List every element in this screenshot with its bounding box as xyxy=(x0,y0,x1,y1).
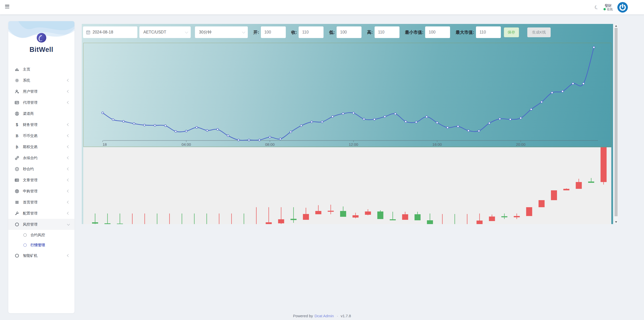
chevron-left-icon xyxy=(67,167,70,170)
sidebar-item-0[interactable]: 主页 xyxy=(8,64,74,75)
sidebar-item-8[interactable]: 永续合约 xyxy=(8,152,74,163)
sidebar-item-label: 智能矿机 xyxy=(23,253,67,258)
life-ring-icon xyxy=(14,189,20,193)
user-plus-icon xyxy=(14,89,20,94)
dollar-icon: $ xyxy=(14,123,20,127)
field-label-3: 高: xyxy=(367,29,373,35)
sidebar-item-15[interactable]: 智能矿机 xyxy=(8,250,74,261)
calendar-icon xyxy=(86,30,90,34)
field-label-4: 最小市值: xyxy=(405,29,424,35)
footer-powered-by: Powered by xyxy=(293,314,313,318)
bitcoin-icon: B xyxy=(14,145,20,149)
sidebar-subitem-label: 行情管理 xyxy=(30,243,45,247)
vertical-scrollbar[interactable] xyxy=(614,24,618,224)
scroll-down-arrow-icon[interactable] xyxy=(615,221,617,223)
sidebar-item-2[interactable]: 用户管理 xyxy=(8,86,74,97)
sidebar-item-7[interactable]: B期权交易 xyxy=(8,141,74,152)
field-input-0[interactable] xyxy=(261,26,286,38)
sidebar-item-label: 配置管理 xyxy=(23,211,67,216)
dcat-admin-link[interactable]: Dcat Admin xyxy=(314,314,334,318)
chevron-left-icon xyxy=(67,254,70,257)
sidebar-subitem-14-1[interactable]: 行情管理 xyxy=(8,240,74,250)
chart-bar-icon xyxy=(14,67,20,72)
gear-icon xyxy=(14,78,20,83)
candlestick-chart xyxy=(83,147,611,224)
sidebar-item-label: 文章管理 xyxy=(23,178,67,183)
svg-text:12:00: 12:00 xyxy=(349,142,358,147)
bars-icon xyxy=(14,200,20,204)
sidebar-item-1[interactable]: 系统 xyxy=(8,75,74,86)
power-logo-icon xyxy=(617,2,628,13)
interval-select[interactable]: 30分钟 xyxy=(195,26,248,38)
user-menu[interactable]: 發財 在线 xyxy=(603,4,613,11)
price-line-chart: 1804:0008:0012:0016:0020:00 xyxy=(83,43,611,147)
svg-text:B: B xyxy=(16,145,18,149)
dark-mode-moon-icon[interactable]: ☾ xyxy=(594,4,599,10)
save-button[interactable]: 保存 xyxy=(504,27,519,37)
sidebar-item-label: 币币交易 xyxy=(23,133,67,138)
svg-text:18: 18 xyxy=(103,142,107,147)
sidebar-toggle-icon[interactable] xyxy=(5,5,10,9)
sidebar: BitWell 主页系统用户管理代理管理渠道商$财务管理B币币交易B期权交易永续… xyxy=(8,21,74,313)
field-input-2[interactable] xyxy=(337,26,361,38)
circle-o-icon xyxy=(14,222,20,227)
newspaper-icon xyxy=(14,178,20,182)
sidebar-item-14[interactable]: 风控管理 xyxy=(8,219,74,230)
sidebar-item-9[interactable]: 秒合约 xyxy=(8,163,74,174)
chevron-left-icon xyxy=(67,79,70,82)
sidebar-item-label: 主页 xyxy=(23,67,69,72)
footer-separator: · xyxy=(337,314,338,318)
chevron-left-icon xyxy=(67,134,70,137)
field-input-3[interactable] xyxy=(375,26,399,38)
circle-o-icon xyxy=(23,243,27,247)
brand-name: BitWell xyxy=(8,46,74,54)
footer: Powered by Dcat Admin · v1.7.8 xyxy=(0,314,644,318)
sidebar-item-label: 期权交易 xyxy=(23,145,67,149)
chevron-left-icon xyxy=(67,212,70,215)
field-input-5[interactable] xyxy=(476,26,501,38)
pair-select[interactable]: AETC/USDT xyxy=(139,26,191,38)
field-label-2: 低: xyxy=(329,29,335,35)
field-label-5: 最大市值: xyxy=(456,29,474,35)
chevron-left-icon xyxy=(67,201,70,203)
sidebar-nav: 主页系统用户管理代理管理渠道商$财务管理B币币交易B期权交易永续合约秒合约文章管… xyxy=(8,64,74,261)
date-picker[interactable]: 2024-08-18 xyxy=(83,26,137,38)
id-card-icon xyxy=(14,100,20,105)
sidebar-item-12[interactable]: 首页管理 xyxy=(8,197,74,208)
field-input-4[interactable] xyxy=(425,26,450,38)
sidebar-item-3[interactable]: 代理管理 xyxy=(8,97,74,108)
chevron-down-icon xyxy=(67,223,70,225)
field-label-0: 开: xyxy=(253,29,259,35)
footer-version: v1.7.8 xyxy=(341,314,351,318)
chevron-left-icon xyxy=(67,145,70,148)
sidebar-item-11[interactable]: 申购管理 xyxy=(8,186,74,197)
chevron-left-icon xyxy=(67,90,70,93)
wrench-icon xyxy=(14,211,20,216)
sidebar-item-13[interactable]: 配置管理 xyxy=(8,208,74,219)
sidebar-subitem-label: 合约风控 xyxy=(30,233,45,237)
sidebar-subitem-14-0[interactable]: 合约风控 xyxy=(8,230,74,240)
sidebar-item-6[interactable]: B币币交易 xyxy=(8,130,74,141)
user-status: 在线 xyxy=(607,8,613,11)
brand[interactable]: BitWell xyxy=(8,21,74,54)
generate-kline-button[interactable]: 生成K线 xyxy=(527,27,551,37)
sidebar-item-label: 系统 xyxy=(23,78,67,83)
avatar[interactable] xyxy=(617,2,628,13)
sidebar-item-10[interactable]: 文章管理 xyxy=(8,174,74,186)
chevron-left-icon xyxy=(67,179,70,181)
field-input-1[interactable] xyxy=(299,26,324,38)
topbar: ☾ 發財 在线 xyxy=(0,0,644,14)
sidebar-item-5[interactable]: $财务管理 xyxy=(8,119,74,130)
svg-text:B: B xyxy=(16,134,18,138)
sidebar-item-label: 申购管理 xyxy=(23,189,67,194)
sidebar-item-4[interactable]: 渠道商 xyxy=(8,108,74,119)
sidebar-item-label: 风控管理 xyxy=(23,222,67,227)
interval-select-value: 30分钟 xyxy=(199,30,212,35)
pair-select-value: AETC/USDT xyxy=(143,30,166,34)
chevron-left-icon xyxy=(67,156,70,159)
user-circle-icon xyxy=(14,112,20,116)
scrollbar-thumb[interactable] xyxy=(615,28,618,216)
online-dot-icon xyxy=(603,8,606,10)
scroll-up-arrow-icon[interactable] xyxy=(615,25,617,27)
chevron-left-icon xyxy=(67,190,70,192)
